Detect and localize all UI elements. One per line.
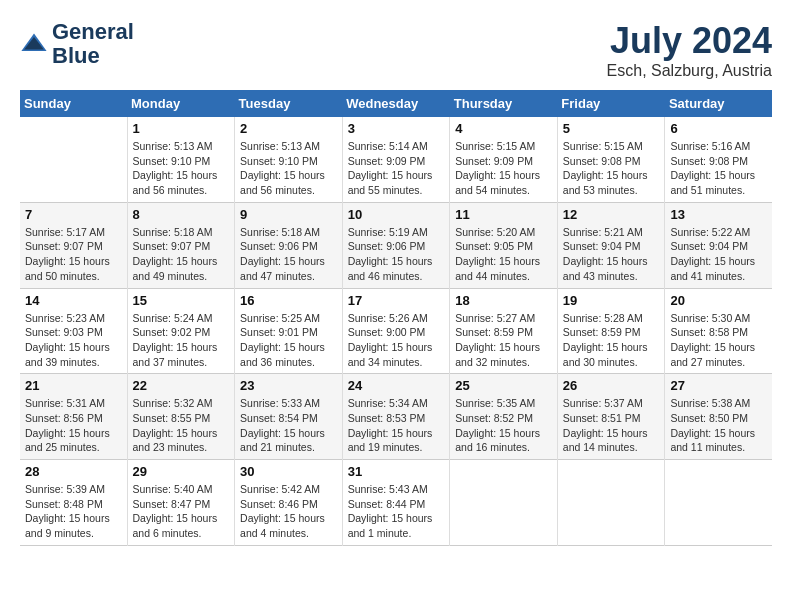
week-row-2: 7Sunrise: 5:17 AM Sunset: 9:07 PM Daylig… <box>20 202 772 288</box>
day-number: 28 <box>25 464 122 479</box>
day-cell: 1Sunrise: 5:13 AM Sunset: 9:10 PM Daylig… <box>127 117 235 202</box>
column-header-monday: Monday <box>127 90 235 117</box>
day-number: 5 <box>563 121 660 136</box>
day-cell: 31Sunrise: 5:43 AM Sunset: 8:44 PM Dayli… <box>342 460 450 546</box>
day-cell: 10Sunrise: 5:19 AM Sunset: 9:06 PM Dayli… <box>342 202 450 288</box>
day-cell: 26Sunrise: 5:37 AM Sunset: 8:51 PM Dayli… <box>557 374 665 460</box>
day-number: 16 <box>240 293 337 308</box>
day-cell: 24Sunrise: 5:34 AM Sunset: 8:53 PM Dayli… <box>342 374 450 460</box>
day-cell: 25Sunrise: 5:35 AM Sunset: 8:52 PM Dayli… <box>450 374 558 460</box>
day-cell: 15Sunrise: 5:24 AM Sunset: 9:02 PM Dayli… <box>127 288 235 374</box>
day-cell: 13Sunrise: 5:22 AM Sunset: 9:04 PM Dayli… <box>665 202 772 288</box>
column-header-saturday: Saturday <box>665 90 772 117</box>
day-info: Sunrise: 5:21 AM Sunset: 9:04 PM Dayligh… <box>563 225 660 284</box>
day-cell: 19Sunrise: 5:28 AM Sunset: 8:59 PM Dayli… <box>557 288 665 374</box>
day-info: Sunrise: 5:13 AM Sunset: 9:10 PM Dayligh… <box>133 139 230 198</box>
day-number: 30 <box>240 464 337 479</box>
day-info: Sunrise: 5:28 AM Sunset: 8:59 PM Dayligh… <box>563 311 660 370</box>
day-cell: 5Sunrise: 5:15 AM Sunset: 9:08 PM Daylig… <box>557 117 665 202</box>
logo-icon <box>20 30 48 58</box>
day-cell: 29Sunrise: 5:40 AM Sunset: 8:47 PM Dayli… <box>127 460 235 546</box>
day-number: 3 <box>348 121 445 136</box>
day-cell: 11Sunrise: 5:20 AM Sunset: 9:05 PM Dayli… <box>450 202 558 288</box>
day-cell: 30Sunrise: 5:42 AM Sunset: 8:46 PM Dayli… <box>235 460 343 546</box>
day-info: Sunrise: 5:40 AM Sunset: 8:47 PM Dayligh… <box>133 482 230 541</box>
day-info: Sunrise: 5:39 AM Sunset: 8:48 PM Dayligh… <box>25 482 122 541</box>
day-info: Sunrise: 5:42 AM Sunset: 8:46 PM Dayligh… <box>240 482 337 541</box>
day-cell <box>665 460 772 546</box>
month-title: July 2024 <box>607 20 772 62</box>
day-number: 22 <box>133 378 230 393</box>
week-row-1: 1Sunrise: 5:13 AM Sunset: 9:10 PM Daylig… <box>20 117 772 202</box>
day-cell: 2Sunrise: 5:13 AM Sunset: 9:10 PM Daylig… <box>235 117 343 202</box>
day-info: Sunrise: 5:22 AM Sunset: 9:04 PM Dayligh… <box>670 225 767 284</box>
day-info: Sunrise: 5:26 AM Sunset: 9:00 PM Dayligh… <box>348 311 445 370</box>
day-info: Sunrise: 5:33 AM Sunset: 8:54 PM Dayligh… <box>240 396 337 455</box>
day-info: Sunrise: 5:18 AM Sunset: 9:07 PM Dayligh… <box>133 225 230 284</box>
day-cell: 16Sunrise: 5:25 AM Sunset: 9:01 PM Dayli… <box>235 288 343 374</box>
day-number: 14 <box>25 293 122 308</box>
day-info: Sunrise: 5:19 AM Sunset: 9:06 PM Dayligh… <box>348 225 445 284</box>
day-number: 4 <box>455 121 552 136</box>
day-number: 19 <box>563 293 660 308</box>
day-number: 2 <box>240 121 337 136</box>
day-number: 1 <box>133 121 230 136</box>
day-info: Sunrise: 5:37 AM Sunset: 8:51 PM Dayligh… <box>563 396 660 455</box>
day-cell <box>20 117 127 202</box>
day-info: Sunrise: 5:35 AM Sunset: 8:52 PM Dayligh… <box>455 396 552 455</box>
location: Esch, Salzburg, Austria <box>607 62 772 80</box>
day-number: 24 <box>348 378 445 393</box>
day-cell: 20Sunrise: 5:30 AM Sunset: 8:58 PM Dayli… <box>665 288 772 374</box>
day-cell: 4Sunrise: 5:15 AM Sunset: 9:09 PM Daylig… <box>450 117 558 202</box>
day-info: Sunrise: 5:15 AM Sunset: 9:09 PM Dayligh… <box>455 139 552 198</box>
title-area: July 2024 Esch, Salzburg, Austria <box>607 20 772 80</box>
column-header-thursday: Thursday <box>450 90 558 117</box>
header-row: SundayMondayTuesdayWednesdayThursdayFrid… <box>20 90 772 117</box>
logo: General Blue <box>20 20 134 68</box>
page-header: General Blue July 2024 Esch, Salzburg, A… <box>20 20 772 80</box>
day-number: 15 <box>133 293 230 308</box>
day-info: Sunrise: 5:18 AM Sunset: 9:06 PM Dayligh… <box>240 225 337 284</box>
column-header-wednesday: Wednesday <box>342 90 450 117</box>
day-number: 11 <box>455 207 552 222</box>
day-info: Sunrise: 5:13 AM Sunset: 9:10 PM Dayligh… <box>240 139 337 198</box>
week-row-3: 14Sunrise: 5:23 AM Sunset: 9:03 PM Dayli… <box>20 288 772 374</box>
day-cell: 23Sunrise: 5:33 AM Sunset: 8:54 PM Dayli… <box>235 374 343 460</box>
day-number: 13 <box>670 207 767 222</box>
column-header-tuesday: Tuesday <box>235 90 343 117</box>
calendar-table: SundayMondayTuesdayWednesdayThursdayFrid… <box>20 90 772 546</box>
day-info: Sunrise: 5:20 AM Sunset: 9:05 PM Dayligh… <box>455 225 552 284</box>
day-info: Sunrise: 5:43 AM Sunset: 8:44 PM Dayligh… <box>348 482 445 541</box>
day-info: Sunrise: 5:25 AM Sunset: 9:01 PM Dayligh… <box>240 311 337 370</box>
day-cell: 7Sunrise: 5:17 AM Sunset: 9:07 PM Daylig… <box>20 202 127 288</box>
day-cell: 6Sunrise: 5:16 AM Sunset: 9:08 PM Daylig… <box>665 117 772 202</box>
day-info: Sunrise: 5:15 AM Sunset: 9:08 PM Dayligh… <box>563 139 660 198</box>
day-cell: 14Sunrise: 5:23 AM Sunset: 9:03 PM Dayli… <box>20 288 127 374</box>
day-cell: 21Sunrise: 5:31 AM Sunset: 8:56 PM Dayli… <box>20 374 127 460</box>
day-number: 9 <box>240 207 337 222</box>
day-cell: 22Sunrise: 5:32 AM Sunset: 8:55 PM Dayli… <box>127 374 235 460</box>
day-number: 20 <box>670 293 767 308</box>
day-number: 27 <box>670 378 767 393</box>
day-info: Sunrise: 5:27 AM Sunset: 8:59 PM Dayligh… <box>455 311 552 370</box>
week-row-5: 28Sunrise: 5:39 AM Sunset: 8:48 PM Dayli… <box>20 460 772 546</box>
logo-text: General Blue <box>52 20 134 68</box>
day-cell: 12Sunrise: 5:21 AM Sunset: 9:04 PM Dayli… <box>557 202 665 288</box>
day-cell: 28Sunrise: 5:39 AM Sunset: 8:48 PM Dayli… <box>20 460 127 546</box>
day-cell <box>450 460 558 546</box>
day-cell: 3Sunrise: 5:14 AM Sunset: 9:09 PM Daylig… <box>342 117 450 202</box>
day-number: 23 <box>240 378 337 393</box>
day-info: Sunrise: 5:34 AM Sunset: 8:53 PM Dayligh… <box>348 396 445 455</box>
day-number: 17 <box>348 293 445 308</box>
day-info: Sunrise: 5:14 AM Sunset: 9:09 PM Dayligh… <box>348 139 445 198</box>
day-number: 31 <box>348 464 445 479</box>
day-number: 18 <box>455 293 552 308</box>
day-number: 12 <box>563 207 660 222</box>
day-number: 29 <box>133 464 230 479</box>
column-header-sunday: Sunday <box>20 90 127 117</box>
day-cell: 17Sunrise: 5:26 AM Sunset: 9:00 PM Dayli… <box>342 288 450 374</box>
column-header-friday: Friday <box>557 90 665 117</box>
day-number: 10 <box>348 207 445 222</box>
day-info: Sunrise: 5:24 AM Sunset: 9:02 PM Dayligh… <box>133 311 230 370</box>
day-info: Sunrise: 5:38 AM Sunset: 8:50 PM Dayligh… <box>670 396 767 455</box>
